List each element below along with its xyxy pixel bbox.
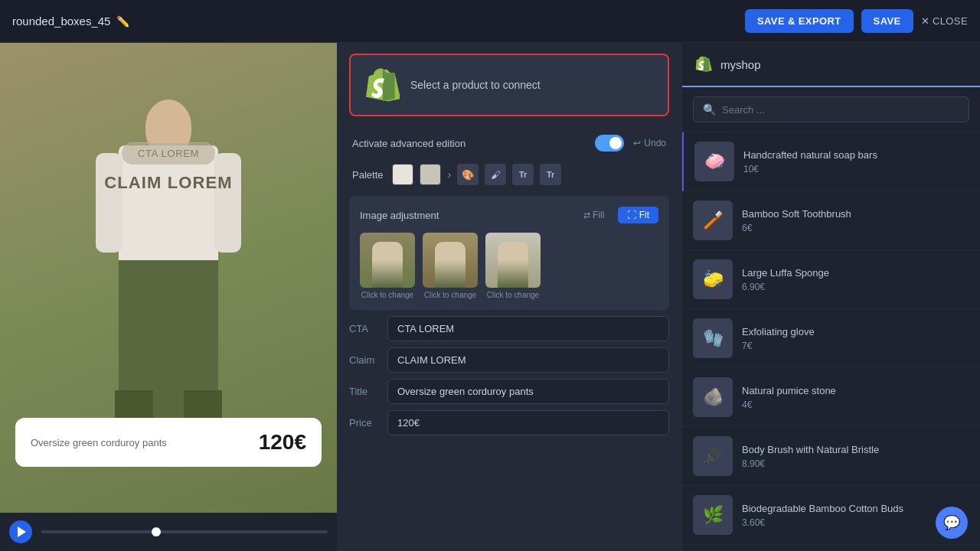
product-price: 6.90€ [742, 282, 969, 292]
thumbnails-row: Click to change Click to change [360, 233, 658, 299]
close-button[interactable]: ✕ Close [921, 15, 968, 27]
thumb-box-3[interactable] [485, 233, 541, 288]
price-label: Price [349, 417, 387, 429]
product-item[interactable]: 🧤Exfoliating glove7€ [682, 309, 980, 368]
thumbnail-1[interactable]: Click to change [360, 233, 415, 299]
thumb-label-1: Click to change [361, 291, 413, 299]
timeline-fill [41, 530, 156, 533]
advanced-edition-toggle[interactable] [595, 135, 624, 152]
product-name: Body Brush with Natural Bristle [742, 444, 969, 455]
price-input[interactable] [387, 410, 669, 435]
thumbnail-3[interactable]: Click to change [485, 233, 541, 299]
palette-swatch-2[interactable] [420, 164, 441, 185]
product-item[interactable]: 🪨Natural pumice stone4€ [682, 368, 980, 427]
topbar: rounded_boxes_45 ✏️ Save & Export Save ✕… [0, 0, 980, 43]
product-thumbnail: 🌿 [693, 495, 733, 535]
title-label: Title [349, 386, 387, 397]
product-name: Biodegradable Bamboo Cotton Buds [742, 503, 969, 514]
timeline-thumb[interactable] [152, 527, 161, 536]
palette-fill-icon-btn[interactable]: 🎨 [457, 164, 479, 185]
product-info: Bamboo Soft Toothbrush6€ [742, 208, 969, 233]
preview-panel: CTA LOREM CLAIM LOREM Oversize green cor… [0, 43, 337, 551]
image-adjustment-label: Image adjustment [360, 210, 439, 221]
fill-button[interactable]: ⇄ Fill [574, 207, 614, 223]
thumb-label-3: Click to change [487, 291, 539, 299]
shopify-connect-banner[interactable]: Select a product to connect [349, 54, 669, 116]
product-info: Exfoliating glove7€ [742, 326, 969, 351]
chat-bubble-button[interactable]: 💬 [936, 507, 968, 539]
fit-button[interactable]: ⛶ Fit [618, 207, 658, 223]
product-thumbnail: 🧤 [693, 318, 733, 358]
palette-swatch-1[interactable] [392, 164, 413, 185]
product-price: 10€ [743, 164, 969, 174]
product-name: Exfoliating glove [742, 326, 969, 337]
product-item[interactable]: 🌿Biodegradable Bamboo Cotton Buds3.60€ [682, 486, 980, 545]
text-style-icon: Tr [547, 170, 554, 179]
topbar-right: Save & Export Save ✕ Close [745, 9, 968, 33]
title-row: Title [349, 379, 669, 404]
toggle-row: ↩ Undo [595, 135, 666, 152]
thumb-figure-3 [498, 242, 528, 288]
adjust-buttons: ⇄ Fill ⛶ Fit [574, 207, 658, 223]
play-icon [18, 527, 26, 537]
product-name: Bamboo Soft Toothbrush [742, 208, 969, 220]
form-section: CTA Claim Title Price [337, 316, 681, 454]
palette-color-icon-btn[interactable]: 🖌 [485, 164, 506, 185]
cta-label: CTA [349, 323, 387, 334]
search-input-wrap[interactable]: 🔍 [693, 96, 969, 122]
thumb-figure-1 [372, 242, 403, 288]
product-info: Large Luffa Sponge6.90€ [742, 267, 969, 292]
claim-label: Claim [349, 354, 387, 366]
product-name: Handcrafted natural soap bars [743, 149, 969, 161]
claim-text: CLAIM LOREM [104, 173, 232, 193]
product-item[interactable]: 🪥Bamboo Soft Toothbrush6€ [682, 191, 980, 250]
save-export-button[interactable]: Save & Export [745, 9, 854, 33]
fill-icon: 🎨 [462, 169, 474, 181]
palette-label: Palette [352, 169, 383, 181]
product-item[interactable]: 🧽Large Luffa Sponge6.90€ [682, 250, 980, 309]
claim-input[interactable] [387, 347, 669, 373]
thumb-box-2[interactable] [423, 233, 478, 288]
edit-icon[interactable]: ✏️ [116, 15, 129, 28]
save-button[interactable]: Save [861, 9, 913, 33]
product-price: 8.90€ [742, 458, 969, 469]
search-input[interactable] [722, 104, 959, 116]
timeline-track[interactable] [41, 530, 328, 533]
shopify-logo-icon [366, 66, 400, 104]
shop-name: myshop [720, 58, 761, 71]
cta-input[interactable] [387, 316, 669, 341]
thumb-model-2 [423, 233, 478, 288]
product-thumbnail: 🪮 [693, 436, 733, 476]
product-price: 7€ [742, 341, 969, 351]
shop-header: myshop [682, 43, 980, 87]
product-item[interactable]: 🧼Handcrafted natural soap bars10€ [682, 132, 980, 191]
preview-image: CTA LOREM CLAIM LOREM Oversize green cor… [0, 43, 337, 513]
thumb-model-1 [360, 233, 415, 288]
search-icon: 🔍 [703, 103, 716, 116]
product-info: Natural pumice stone4€ [742, 385, 969, 410]
product-thumbnail: 🧼 [694, 142, 734, 181]
product-thumbnail: 🪨 [693, 377, 733, 417]
undo-button[interactable]: ↩ Undo [633, 138, 666, 148]
palette-text-icon-btn-1[interactable]: Tr [512, 164, 534, 185]
toggle-thumb [609, 137, 622, 149]
image-adjustment-section: Image adjustment ⇄ Fill ⛶ Fit [349, 196, 669, 310]
thumb-model-3 [485, 233, 541, 288]
advanced-edition-row: Activate advanced edition ↩ Undo [337, 127, 681, 159]
play-button[interactable] [9, 520, 32, 543]
title-input[interactable] [387, 379, 669, 404]
product-card-title: Oversize green corduroy pants [31, 437, 167, 448]
product-item[interactable]: 🪮Body Brush with Natural Bristle8.90€ [682, 427, 980, 486]
close-icon: ✕ [921, 15, 929, 27]
cta-badge: CTA LOREM [122, 142, 215, 165]
undo-icon: ↩ [633, 138, 641, 148]
section-header: Image adjustment ⇄ Fill ⛶ Fit [360, 207, 658, 223]
thumbnail-2[interactable]: Click to change [423, 233, 478, 299]
thumb-label-2: Click to change [424, 291, 476, 299]
palette-text-icon-btn-2[interactable]: Tr [540, 164, 561, 185]
text-format-icon: Tr [519, 170, 527, 179]
thumb-box-1[interactable] [360, 233, 415, 288]
main-layout: CTA LOREM CLAIM LOREM Oversize green cor… [0, 43, 980, 551]
claim-row: Claim [349, 347, 669, 373]
product-name: Natural pumice stone [742, 385, 969, 396]
